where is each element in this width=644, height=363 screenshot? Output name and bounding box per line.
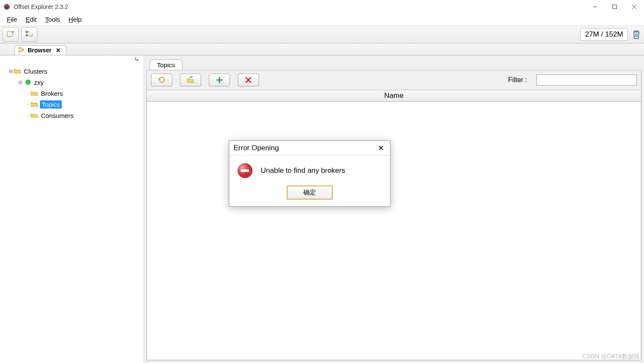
svg-rect-5: [7, 31, 12, 37]
error-dialog: Error Opening ✕ Unable to find any broke…: [229, 140, 390, 207]
content-tab-topics[interactable]: Topics: [150, 60, 182, 70]
open-button[interactable]: [180, 74, 201, 86]
menu-file[interactable]: File: [3, 15, 20, 24]
menu-edit[interactable]: Edit: [22, 15, 40, 24]
watermark: CSDN @DATA数据猿: [582, 353, 640, 360]
delete-button[interactable]: [238, 74, 259, 86]
tree-connector: ··: [23, 80, 25, 85]
app-icon: [3, 3, 10, 10]
dialog-close-icon[interactable]: ✕: [376, 143, 386, 153]
tab-browser[interactable]: Browser ✕: [14, 45, 66, 55]
collapse-icon[interactable]: ⊟: [8, 69, 14, 74]
folder-icon: [31, 90, 38, 96]
svg-rect-2: [613, 5, 617, 9]
menu-help[interactable]: Help: [65, 15, 85, 24]
tree-connector: ····: [26, 91, 30, 96]
tree-connector: ····: [26, 102, 30, 107]
tree-label-brokers: Brokers: [40, 89, 64, 97]
cluster-tree[interactable]: ⊟ Clusters ⊟ ·· zxy ···· Brokers ···· To…: [0, 64, 143, 363]
topics-panel: Filter : Name: [146, 70, 641, 360]
edit-tree-button[interactable]: [21, 27, 37, 42]
content: Topics Filter : Name: [145, 55, 644, 363]
sidebar-toolbar: [0, 55, 143, 64]
add-button[interactable]: [209, 74, 230, 86]
filter-label: Filter :: [508, 76, 527, 84]
svg-rect-24: [241, 169, 249, 172]
collapse-icon[interactable]: ⊟: [17, 80, 23, 85]
tree-node-topics[interactable]: ···· Topics: [2, 99, 142, 110]
tree-node-clusters[interactable]: ⊟ Clusters: [2, 66, 142, 77]
table-body[interactable]: [148, 102, 640, 359]
tree-node-consumers[interactable]: ···· Consumers: [2, 110, 142, 121]
folder-open-icon: [14, 68, 21, 74]
svg-rect-9: [26, 34, 28, 36]
svg-rect-17: [22, 49, 24, 51]
tree-label-topics: Topics: [40, 100, 62, 109]
add-cluster-button[interactable]: [3, 27, 19, 42]
tree-node-brokers[interactable]: ···· Brokers: [2, 88, 142, 99]
status-dot-connected-icon: [26, 80, 31, 85]
menu-tools[interactable]: Tools: [42, 15, 63, 24]
memory-indicator: 27M / 152M: [580, 28, 628, 41]
main: ⊟ Clusters ⊟ ·· zxy ···· Brokers ···· To…: [0, 55, 644, 363]
panel-toolbar: Filter :: [147, 70, 641, 90]
collapse-tree-icon[interactable]: [134, 56, 141, 63]
tab-browser-close-icon[interactable]: ✕: [56, 47, 61, 54]
menubar: File Edit Tools Help: [0, 14, 644, 26]
tabstrip: Browser ✕: [0, 43, 644, 55]
toolbar: 27M / 152M: [0, 26, 644, 43]
filter-input[interactable]: [536, 74, 637, 86]
dialog-titlebar[interactable]: Error Opening ✕: [229, 141, 390, 155]
tree-connector: ····: [26, 113, 30, 118]
sidebar: ⊟ Clusters ⊟ ·· zxy ···· Brokers ···· To…: [0, 55, 145, 363]
dialog-ok-button[interactable]: 确定: [287, 186, 333, 200]
tree-node-cluster-zxy[interactable]: ⊟ ·· zxy: [2, 77, 142, 88]
tree-icon: [18, 47, 25, 54]
titlebar: Offset Explorer 2.3.2: [0, 0, 644, 14]
folder-open-icon: [31, 101, 38, 107]
error-icon: [237, 163, 253, 179]
maximize-button[interactable]: [605, 0, 624, 14]
tree-label-clusters: Clusters: [23, 67, 48, 75]
window-controls: [585, 0, 644, 14]
svg-rect-15: [19, 47, 20, 49]
tree-label-cluster: zxy: [33, 78, 45, 86]
svg-rect-16: [19, 51, 20, 52]
content-tab-label: Topics: [157, 61, 175, 69]
tab-browser-label: Browser: [28, 47, 51, 54]
refresh-button[interactable]: [151, 74, 172, 86]
content-tabstrip: Topics: [146, 58, 641, 70]
gc-button[interactable]: [631, 29, 641, 40]
svg-rect-8: [26, 31, 28, 33]
dialog-message: Unable to find any brokers: [261, 166, 345, 175]
folder-icon: [31, 112, 38, 118]
dialog-title-text: Error Opening: [234, 144, 376, 152]
window-title: Offset Explorer 2.3.2: [14, 3, 585, 10]
minimize-button[interactable]: [585, 0, 605, 14]
table-header-name[interactable]: Name: [147, 90, 641, 102]
close-button[interactable]: [624, 0, 644, 14]
tree-label-consumers: Consumers: [40, 111, 74, 120]
